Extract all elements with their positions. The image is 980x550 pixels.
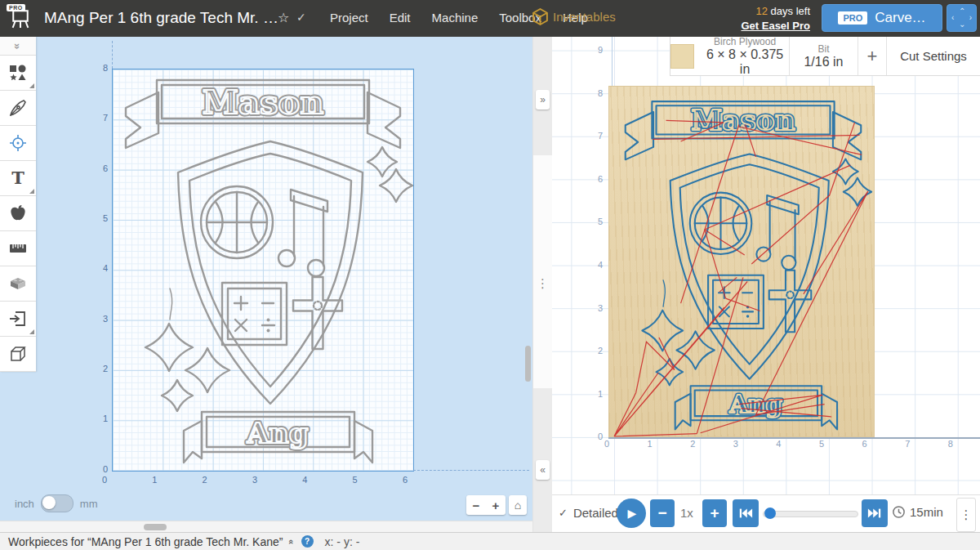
collapse-toolbar-button[interactable]: »	[0, 37, 36, 56]
ruler-label: 0	[90, 464, 108, 474]
ruler-label: 1	[145, 475, 163, 485]
question-icon: ?	[305, 537, 310, 546]
fast-forward-icon	[867, 508, 882, 519]
bit-size: 1/16 in	[804, 55, 843, 69]
play-button[interactable]: ▶	[617, 499, 646, 528]
crosshair-icon	[8, 133, 28, 153]
ruler-label: 3	[246, 475, 264, 485]
inventables-brand[interactable]: Inventables	[532, 8, 616, 25]
tool-pen[interactable]	[0, 91, 36, 126]
expand-panel-button[interactable]: »	[536, 90, 550, 110]
ruler-label: 5	[90, 213, 108, 223]
collapse-panel-button[interactable]: «	[536, 460, 550, 480]
flyout-corner	[29, 189, 34, 194]
horizontal-scrollbar-thumb[interactable]	[144, 524, 167, 530]
cursor-coordinates: x: - y: -	[325, 535, 360, 548]
preview-x-axis	[608, 437, 980, 439]
timeline-slider-thumb[interactable]	[764, 508, 776, 519]
check-icon: ✓	[559, 507, 568, 519]
speed-up-button[interactable]: +	[702, 499, 727, 527]
apple-icon	[8, 203, 28, 223]
get-easel-pro-link[interactable]: Get Easel Pro	[741, 20, 810, 32]
menu-machine[interactable]: Machine	[432, 11, 479, 25]
jog-machine-button[interactable]: ⌃ ⌄ ‹ ›	[947, 4, 977, 32]
simulation-menu-button[interactable]: ⋮	[956, 498, 976, 532]
ruler-label: 7	[90, 113, 108, 123]
ruler-label: 4	[585, 260, 603, 270]
tool-apps[interactable]	[0, 196, 36, 231]
tool-3d-view[interactable]	[0, 337, 36, 372]
design-canvas[interactable]: inch mm − + ⌂ 8765432100123456	[0, 37, 532, 521]
clock-icon	[892, 505, 906, 519]
plus-icon: +	[710, 504, 719, 522]
cut-settings-button[interactable]: Cut Settings	[887, 37, 980, 75]
brand-name: Inventables	[553, 10, 616, 24]
horizontal-scrollbar[interactable]	[0, 521, 532, 533]
skip-to-end-button[interactable]	[862, 499, 888, 527]
project-title[interactable]: MAng Per 1 6th grade Tech Mr. …	[44, 9, 278, 27]
skip-to-start-button[interactable]	[733, 499, 759, 527]
timeline-slider-track[interactable]	[763, 511, 858, 517]
ruler-label: 8	[585, 88, 603, 98]
ruler-label: 8	[942, 439, 960, 449]
help-button[interactable]: ?	[301, 535, 314, 548]
divider-menu-button[interactable]: ⋮	[533, 276, 552, 291]
tool-dimensions[interactable]	[0, 231, 36, 266]
material-selector[interactable]: Birch Plywood 6 × 8 × 0.375 in	[670, 37, 790, 75]
ruler-label: 5	[813, 439, 831, 449]
speed-down-button[interactable]: −	[650, 499, 675, 527]
tool-import[interactable]	[0, 302, 36, 337]
shapes-icon	[8, 63, 28, 83]
ruler-label: 9	[585, 45, 603, 55]
cut-settings-label: Cut Settings	[900, 49, 967, 63]
favorite-star-icon[interactable]: ☆	[278, 10, 289, 25]
rapid-moves-overlay	[614, 92, 872, 436]
inventables-logo-icon	[532, 8, 548, 25]
trial-days-count: 12	[756, 5, 768, 17]
tool-drill-origin[interactable]	[0, 126, 36, 161]
add-bit-button[interactable]: +	[858, 37, 887, 75]
svg-text:T: T	[11, 168, 24, 188]
unit-switch-knob[interactable]	[42, 496, 56, 509]
collapse-workpieces-icon[interactable]: «	[287, 539, 296, 543]
tool-blocks[interactable]	[0, 266, 36, 302]
carve-button[interactable]: PRO Carve…	[822, 4, 942, 32]
kebab-icon: ⋮	[537, 276, 549, 290]
zoom-home-button[interactable]: ⌂	[509, 495, 527, 515]
tool-shapes[interactable]	[0, 56, 36, 91]
ruler-label: 5	[346, 475, 364, 485]
simulation-preview[interactable]: Birch Plywood 6 × 8 × 0.375 in Bit 1/16 …	[552, 37, 980, 494]
flyout-corner	[29, 83, 34, 88]
zoom-out-button[interactable]: −	[466, 495, 486, 515]
status-bar: Workpieces for “MAng Per 1 6th grade Tec…	[0, 532, 980, 550]
unit-switch[interactable]	[41, 494, 74, 512]
bit-selector[interactable]: Bit 1/16 in	[790, 37, 858, 75]
tool-text[interactable]: T	[0, 161, 36, 196]
workpieces-label[interactable]: Workpieces for “MAng Per 1 6th grade Tec…	[8, 535, 283, 548]
ruler-label: 4	[90, 263, 108, 273]
material-dimensions: 6 × 8 × 0.375 in	[701, 47, 789, 77]
ruler-label: 0	[598, 439, 616, 449]
menu-project[interactable]: Project	[330, 11, 368, 25]
panel-divider[interactable]: » ⋮ «	[532, 37, 552, 532]
saved-check-icon: ✓	[296, 11, 306, 24]
ruler-label: 6	[856, 439, 874, 449]
material-name: Birch Plywood	[701, 37, 789, 47]
chevrons-left-icon: «	[540, 464, 546, 476]
ruler-label: 2	[90, 364, 108, 373]
kebab-icon: ⋮	[960, 508, 973, 522]
jog-up-icon: ⌃	[959, 7, 965, 16]
home-icon: ⌂	[514, 499, 521, 512]
ruler-label: 3	[90, 314, 108, 324]
ruler-label: 3	[727, 439, 745, 449]
zoom-in-button[interactable]: +	[486, 495, 506, 515]
menu-edit[interactable]: Edit	[390, 11, 411, 25]
detailed-checkbox[interactable]: ✓ Detailed	[559, 506, 618, 520]
design-crest[interactable]	[113, 69, 413, 471]
ruler-label: 4	[769, 439, 787, 449]
easel-logo-icon[interactable]: PRO	[8, 6, 34, 32]
vertical-scrollbar-thumb[interactable]	[525, 346, 531, 382]
guide-line-vertical	[112, 41, 113, 69]
bit-label: Bit	[804, 43, 843, 55]
jog-down-icon: ⌄	[959, 20, 965, 29]
